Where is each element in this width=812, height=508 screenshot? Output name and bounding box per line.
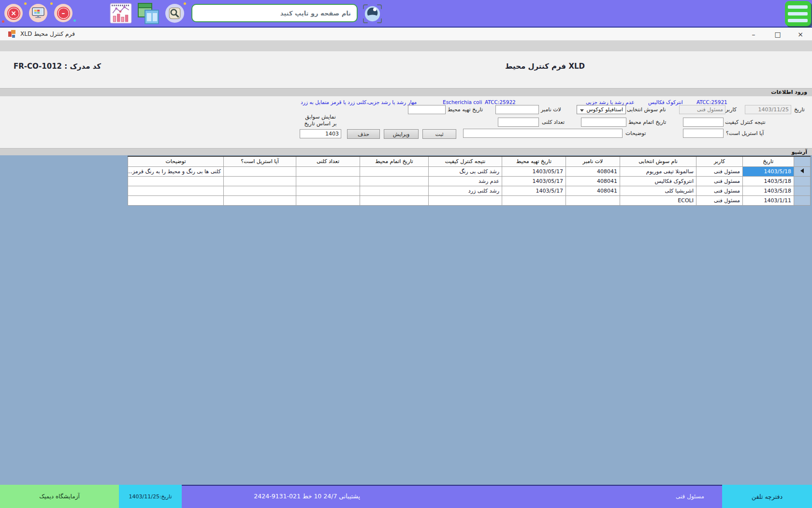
cell-date[interactable]: 1403/5/18 [743, 176, 794, 186]
cell-sterile[interactable] [224, 176, 296, 186]
cell-notes[interactable] [128, 195, 224, 205]
page-title: فرم کنترل محیط XLD [505, 62, 578, 71]
cell-date[interactable]: 1403/1/11 [743, 195, 794, 205]
col-header-prep-date: تاریخ تهیه محیط [502, 156, 566, 166]
support-info: پشتیبانی 24/7 10 خط 021-9131-2424 [254, 485, 360, 508]
col-header-notes: توضیحات [128, 156, 224, 166]
strain-selected-value: استافیلو کوکوس [586, 106, 623, 113]
cell-strain[interactable]: اشریشیا کلی [620, 186, 696, 195]
delete-button[interactable]: حذف [347, 129, 380, 139]
cell-strain[interactable]: ECOLI [620, 195, 696, 205]
cell-strain[interactable]: انتروکوک فکالیس [620, 176, 696, 186]
cell-sterile[interactable] [224, 186, 296, 195]
cell-user[interactable]: مسئول فنی [696, 195, 743, 205]
minimize-icon: – [57, 7, 70, 20]
cell-lot[interactable]: 408041 [566, 176, 620, 186]
window-titlebar: فرم کنترل محیط XLD – □ × [0, 28, 812, 41]
row-selector[interactable] [794, 176, 811, 186]
col-header-date: تاریخ [743, 156, 794, 166]
notes-field[interactable] [463, 129, 623, 138]
date-label: تاریخ [794, 105, 805, 114]
cell-notes[interactable] [128, 176, 224, 186]
qc-result-label: نتیجه کنترل کیفیت [725, 118, 766, 127]
col-header-qc-result: نتیجه کنترل کیفیت [429, 156, 502, 166]
cell-prep-date[interactable]: 1403/05/17 [502, 176, 566, 186]
row-selector[interactable] [794, 186, 811, 195]
cell-colony-count[interactable] [296, 195, 360, 205]
cell-colony-count[interactable] [296, 186, 360, 195]
hint-atcc-2: ATCC:25922 [485, 99, 516, 105]
notes-label: توضیحات [625, 129, 646, 138]
chevron-down-icon [580, 109, 584, 112]
watch-button[interactable] [362, 3, 383, 25]
col-header-end-date: تاریخ اتمام محیط [360, 156, 429, 166]
main-menu-button[interactable] [785, 1, 811, 26]
windows-button[interactable] [137, 2, 160, 25]
window-minimize-button[interactable]: – [744, 28, 763, 41]
status-bar: آزمایشگاه دیمیک تاریخ:1403/11/25 پشتیبان… [0, 485, 812, 508]
colony-count-field[interactable] [498, 118, 539, 127]
table-row: 1403/5/18 مسئول فنی اشریشیا کلی 408041 1… [128, 186, 811, 195]
close-app-button[interactable]: × [4, 4, 23, 22]
cell-sterile[interactable] [224, 166, 296, 176]
cell-notes[interactable]: کلنی ها بی رنگ و محیط را به رنگ قرمز... [128, 166, 224, 176]
screen-button[interactable] [29, 4, 47, 22]
cell-qc-result[interactable]: رشد کلنی زرد [429, 186, 502, 195]
user-field[interactable] [679, 105, 725, 114]
row-selector[interactable] [794, 195, 811, 205]
zoom-tool-button[interactable] [165, 3, 185, 23]
cell-end-date[interactable] [360, 195, 429, 205]
end-date-field[interactable] [581, 118, 626, 127]
cell-prep-date[interactable]: 1403/5/17 [502, 186, 566, 195]
screen-icon [31, 7, 45, 19]
archive-panel: تاریخ کاربر نام سوش انتخابی لات نامبر تا… [0, 155, 812, 485]
cell-prep-date[interactable]: 1403/05/17 [502, 166, 566, 176]
cell-user[interactable]: مسئول فنی [696, 176, 743, 186]
lot-field[interactable] [495, 105, 539, 114]
submit-button[interactable]: ثبت [422, 129, 456, 139]
cell-date[interactable]: 1403/5/18 [743, 166, 794, 176]
cell-prep-date[interactable] [502, 195, 566, 205]
magnifier-icon [165, 3, 185, 23]
cell-colony-count[interactable] [296, 166, 360, 176]
cell-user[interactable]: مسئول فنی [696, 166, 743, 176]
cell-date[interactable]: 1403/5/18 [743, 186, 794, 195]
cell-user[interactable]: مسئول فنی [696, 186, 743, 195]
window-close-button[interactable]: × [791, 28, 810, 41]
cell-notes[interactable] [128, 186, 224, 195]
cell-strain[interactable]: سالمونلا تیفی موریوم [620, 166, 696, 176]
cell-lot[interactable]: 408041 [566, 166, 620, 176]
cell-sterile[interactable] [224, 195, 296, 205]
cell-end-date[interactable] [360, 186, 429, 195]
cell-qc-result[interactable]: رشد کلنی بی رنگ [429, 166, 502, 176]
sterile-field[interactable] [683, 129, 724, 138]
cell-end-date[interactable] [360, 176, 429, 186]
document-header: کد مدرک : FR-CO-1012 فرم کنترل محیط XLD [0, 51, 812, 88]
cell-lot[interactable]: 408041 [566, 186, 620, 195]
window-maximize-button[interactable]: □ [768, 28, 787, 41]
phonebook-button[interactable]: دفترچه تلفن [722, 485, 812, 508]
strain-select[interactable]: استافیلو کوکوس [577, 105, 626, 114]
current-row-arrow-icon [800, 168, 804, 173]
current-row-selector[interactable] [794, 166, 811, 176]
eye-icon [362, 3, 383, 25]
cell-end-date[interactable] [360, 166, 429, 176]
cell-qc-result[interactable] [429, 195, 502, 205]
decor-dot [24, 2, 27, 5]
minimize-app-button[interactable]: – [54, 4, 72, 22]
search-input[interactable] [191, 4, 358, 22]
edit-button[interactable]: ویرایش [384, 129, 419, 139]
strain-label: نام سوش انتخابی [627, 105, 666, 114]
decor-dot [50, 2, 53, 5]
prep-date-label: تاریخ تهیه محیط [448, 105, 483, 114]
reports-button[interactable] [110, 3, 132, 24]
lot-label: لات نامبر [541, 105, 561, 114]
cell-lot[interactable] [566, 195, 620, 205]
cell-colony-count[interactable] [296, 176, 360, 186]
cell-qc-result[interactable]: عدم رشد [429, 176, 502, 186]
date-field[interactable] [745, 105, 791, 114]
history-year-field[interactable] [300, 129, 341, 138]
prep-date-field[interactable] [408, 105, 446, 114]
qc-result-field[interactable] [683, 118, 724, 127]
table-row: 1403/5/18 مسئول فنی سالمونلا تیفی موریوم… [128, 166, 811, 176]
